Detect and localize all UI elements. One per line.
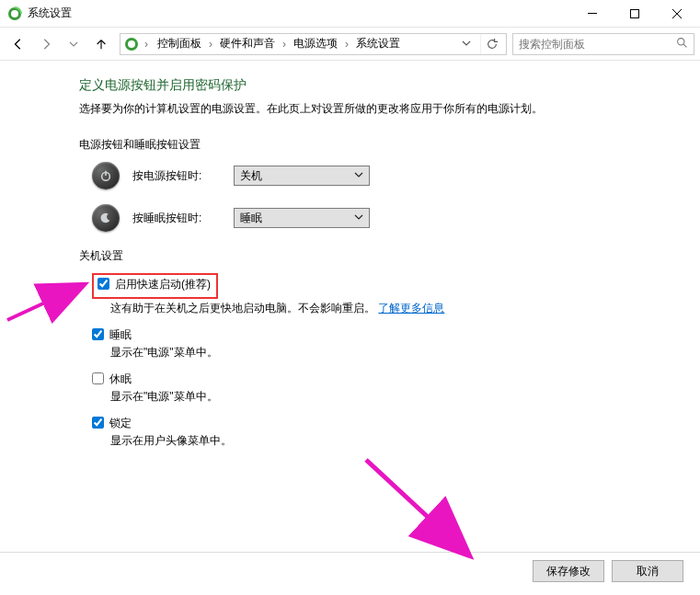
minimize-button[interactable] [571,0,614,28]
app-icon [7,6,22,21]
combo-value: 睡眠 [240,211,262,226]
refresh-button[interactable] [480,34,502,54]
sleep-label: 睡眠 [109,327,132,343]
footer: 保存修改 取消 [0,552,700,586]
highlight-annotation: 启用快速启动(推荐) [92,273,218,299]
svg-rect-2 [588,13,597,14]
svg-point-5 [128,40,135,48]
power-button-combo[interactable]: 关机 [234,166,370,186]
fast-startup-checkbox[interactable] [98,278,109,290]
sleep-icon [92,204,120,232]
chevron-down-icon [354,169,363,182]
forward-button[interactable] [33,31,59,57]
page-title: 定义电源按钮并启用密码保护 [79,77,700,94]
svg-point-1 [11,10,18,17]
content-area: 定义电源按钮并启用密码保护 选择要为你的计算机设置的电源设置。在此页上对设置所做… [0,61,700,449]
breadcrumb-item[interactable]: 控制面板 [154,34,205,53]
sleep-desc: 显示在"电源"菜单中。 [110,345,700,360]
search-icon[interactable] [676,37,688,51]
power-button-row: 按电源按钮时: 关机 [92,162,700,189]
cancel-button[interactable]: 取消 [612,560,683,582]
lock-checkbox[interactable] [92,417,104,429]
power-icon [92,162,120,189]
svg-line-9 [366,460,467,554]
sleep-button-combo[interactable]: 睡眠 [234,208,370,228]
chevron-right-icon[interactable]: › [341,38,352,51]
maximize-button[interactable] [614,0,656,28]
address-dropdown[interactable] [458,38,475,51]
sleep-checkbox[interactable] [92,328,104,340]
control-panel-icon [124,37,139,51]
lock-desc: 显示在用户头像菜单中。 [110,433,700,449]
svg-point-6 [678,38,684,44]
breadcrumb-item[interactable]: 系统设置 [352,34,404,53]
chevron-down-icon [354,212,363,224]
window-title: 系统设置 [28,6,571,21]
hibernate-checkbox[interactable] [92,372,104,384]
fast-startup-label: 启用快速启动(推荐) [115,277,211,292]
breadcrumb-item[interactable]: 硬件和声音 [216,34,279,53]
hibernate-label: 休眠 [109,372,132,387]
breadcrumb-item[interactable]: 电源选项 [290,34,341,53]
sleep-button-label: 按睡眠按钮时: [132,211,221,226]
up-button[interactable] [88,31,114,57]
back-button[interactable] [6,31,31,57]
power-button-label: 按电源按钮时: [132,168,221,184]
page-subtitle: 选择要为你的计算机设置的电源设置。在此页上对设置所做的更改将应用于你所有的电源计… [79,101,700,117]
fast-startup-desc: 这有助于在关机之后更快地启动电脑。不会影响重启。 了解更多信息 [110,301,700,316]
title-bar: 系统设置 [0,0,700,28]
save-button[interactable]: 保存修改 [533,560,604,582]
shutdown-heading: 关机设置 [79,248,700,264]
power-button-heading: 电源按钮和睡眠按钮设置 [79,137,700,153]
chevron-right-icon[interactable]: › [205,38,216,51]
address-bar[interactable]: › 控制面板› 硬件和声音› 电源选项› 系统设置 [120,33,507,55]
combo-value: 关机 [240,168,262,184]
search-box[interactable] [512,33,694,55]
svg-rect-3 [631,9,639,17]
chevron-right-icon[interactable]: › [141,38,152,51]
search-input[interactable] [519,38,676,51]
sleep-button-row: 按睡眠按钮时: 睡眠 [92,204,700,232]
breadcrumb: 控制面板› 硬件和声音› 电源选项› 系统设置 [154,34,456,53]
hibernate-desc: 显示在"电源"菜单中。 [110,389,700,405]
nav-bar: › 控制面板› 硬件和声音› 电源选项› 系统设置 [0,28,700,61]
close-button[interactable] [656,0,698,28]
lock-label: 锁定 [109,416,132,431]
recent-dropdown[interactable] [61,31,86,57]
chevron-right-icon[interactable]: › [279,38,290,51]
learn-more-link[interactable]: 了解更多信息 [378,302,444,315]
